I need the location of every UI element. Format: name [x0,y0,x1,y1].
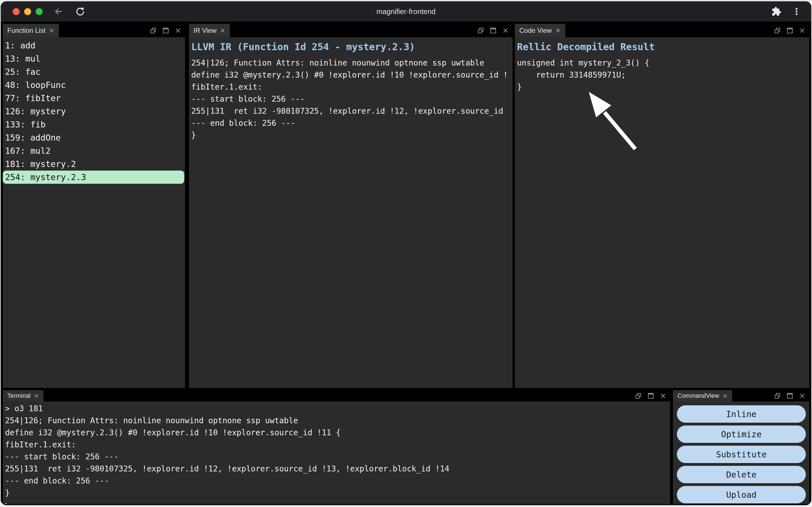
maximize-panel-icon[interactable] [647,392,655,400]
minimize-window-button[interactable] [24,8,31,15]
function-list-panel: Function List [3,24,185,388]
app-window: magnifier-frontend [1,1,811,505]
ir-view-body: LLVM IR (Function Id 254 - mystery.2.3) … [189,37,513,388]
function-list-body: 1: add 13: mul 25: fac 48: loopFunc 77: … [3,37,185,388]
panel-window-controls [477,24,513,37]
panel-window-controls [634,390,670,401]
tab-terminal[interactable]: Terminal [3,390,44,401]
terminal-output: > o3 181 254|126; Function Attrs: noinli… [3,401,670,504]
tab-command-view[interactable]: CommandView [673,390,732,401]
tab-label: CommandView [677,392,719,399]
zoom-window-button[interactable] [36,8,43,15]
panel-window-controls [773,390,809,401]
float-panel-icon[interactable] [773,392,782,400]
function-list-item[interactable]: 167: mul2 [3,144,185,157]
function-list-item[interactable]: 159: addOne [3,131,185,144]
maximize-panel-icon[interactable] [785,26,794,35]
panel-window-controls [773,24,809,37]
workspace: Function List [1,21,811,505]
code-view-panel: Code View R [515,24,809,388]
function-list-item[interactable]: 254: mystery.2.3 [3,171,184,184]
tab-code-view[interactable]: Code View [515,24,565,37]
float-panel-icon[interactable] [477,26,485,35]
terminal-line: --- end block: 256 --- [5,475,670,487]
code-view-body: Rellic Decompiled Result unsigned int my… [515,37,809,388]
command-button[interactable]: Upload [677,486,806,503]
code-line: return 3314859971U; [517,69,809,81]
ir-code-line: --- end block: 256 --- [191,117,513,129]
back-button[interactable] [52,5,64,18]
tab-close-icon[interactable] [34,393,39,398]
ir-code-line: 254|126; Function Attrs: noinline nounwi… [191,57,513,69]
ir-code: 254|126; Function Attrs: noinline nounwi… [189,57,513,141]
menu-button[interactable] [792,7,801,16]
command-view-body: Inline Optimize Substitute Delete Upload [673,401,809,504]
decompiled-code: unsigned int mystery_2_3() { return 3314… [515,57,809,93]
panel-window-controls [149,24,185,37]
code-line: unsigned int mystery_2_3() { [517,57,809,69]
tab-close-icon[interactable] [49,28,54,33]
back-arrow-icon [53,6,64,17]
titlebar: magnifier-frontend [1,1,811,21]
tab-ir-view[interactable]: IR View [189,24,230,37]
ir-view-heading: LLVM IR (Function Id 254 - mystery.2.3) [191,41,513,52]
reload-button[interactable] [74,5,86,18]
terminal-tabbar: Terminal [3,390,670,401]
tab-close-icon[interactable] [555,28,561,33]
traffic-lights [13,8,43,15]
command-button[interactable]: Optimize [677,426,806,443]
puzzle-icon [771,6,781,16]
terminal-line: 254|126; Function Attrs: noinline nounwi… [5,414,670,427]
command-view-panel: CommandView [673,390,809,504]
code-line: } [517,81,809,93]
function-list-item[interactable]: 25: fac [3,65,185,78]
function-list-item[interactable]: 126: mystery [3,105,185,118]
titlebar-actions [771,6,801,16]
command-view-tabbar: CommandView [673,390,809,401]
ir-code-line: } [191,129,513,141]
terminal-line: fibIter.1.exit: [5,439,670,451]
function-list: 1: add 13: mul 25: fac 48: loopFunc 77: … [3,37,185,184]
maximize-panel-icon[interactable] [785,392,794,400]
tab-function-list[interactable]: Function List [3,24,59,37]
function-list-item[interactable]: 133: fib [3,118,185,131]
terminal-line: > o3 181 [5,402,670,414]
close-panel-icon[interactable] [501,26,510,35]
ir-view-tabbar: IR View [189,24,513,37]
terminal-line: define i32 @mystery.2.3() #0 !explorer.i… [5,427,670,439]
close-window-button[interactable] [13,8,19,15]
function-list-item[interactable]: 48: loopFunc [3,78,185,92]
ir-code-line: 255|131 ret i32 -980107325, !explorer.id… [191,105,513,117]
tab-close-icon[interactable] [722,393,727,398]
window-title: magnifier-frontend [376,7,436,16]
float-panel-icon[interactable] [149,26,158,35]
code-view-heading: Rellic Decompiled Result [517,41,809,52]
command-button[interactable]: Delete [677,466,806,483]
maximize-panel-icon[interactable] [161,26,170,35]
float-panel-icon[interactable] [634,392,643,400]
ir-code-line: fibIter.1.exit: [191,81,513,93]
close-panel-icon[interactable] [659,392,667,400]
ir-view-panel: IR View LLV [189,24,513,388]
function-list-tabbar: Function List [3,24,185,37]
function-list-item[interactable]: 77: fibIter [3,92,185,105]
terminal-body[interactable]: > o3 181 254|126; Function Attrs: noinli… [3,401,670,504]
close-panel-icon[interactable] [798,392,806,400]
maximize-panel-icon[interactable] [489,26,497,35]
close-panel-icon[interactable] [798,26,806,35]
close-panel-icon[interactable] [174,26,182,35]
command-button[interactable]: Substitute [677,446,806,463]
function-list-item[interactable]: 181: mystery.2 [3,157,185,171]
kebab-menu-icon [792,7,801,16]
ir-code-line: define i32 @mystery.2.3() #0 !explorer.i… [191,69,513,81]
tab-label: Code View [519,26,552,35]
tab-close-icon[interactable] [220,28,225,33]
ir-code-line: --- start block: 256 --- [191,93,513,105]
function-list-item[interactable]: 13: mul [3,52,185,65]
tab-label: Function List [7,26,45,35]
command-button[interactable]: Inline [677,405,806,423]
tab-label: IR View [194,26,216,35]
float-panel-icon[interactable] [773,26,782,35]
extensions-button[interactable] [771,6,781,16]
function-list-item[interactable]: 1: add [3,39,185,52]
